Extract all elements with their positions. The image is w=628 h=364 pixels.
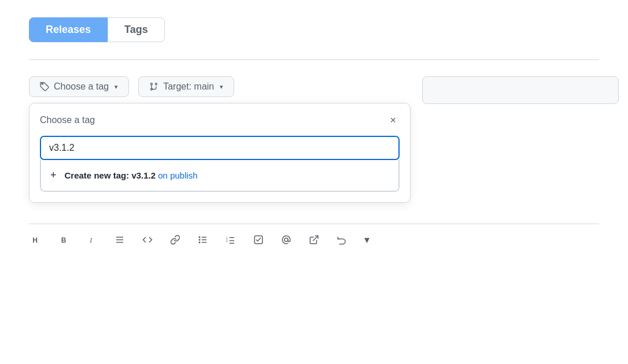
tab-tags[interactable]: Tags bbox=[108, 17, 165, 42]
suggestion-list: + Create new tag: v3.1.2 on publish bbox=[40, 160, 400, 192]
bold-icon[interactable]: B bbox=[57, 232, 72, 247]
tab-releases[interactable]: Releases bbox=[29, 17, 108, 42]
bottom-toolbar: H B I bbox=[29, 224, 599, 248]
unordered-list-icon[interactable] bbox=[195, 232, 210, 247]
tag-search-input[interactable] bbox=[40, 136, 400, 160]
code-icon[interactable] bbox=[140, 232, 155, 247]
choose-tag-button[interactable]: Choose a tag ▾ bbox=[29, 76, 129, 97]
chevron-down-icon: ▾ bbox=[114, 83, 118, 91]
italic-icon[interactable]: I bbox=[84, 232, 99, 247]
svg-point-10 bbox=[199, 239, 201, 241]
right-panel-placeholder bbox=[422, 76, 619, 104]
svg-text:H: H bbox=[32, 236, 38, 244]
undo-icon[interactable] bbox=[334, 232, 349, 247]
svg-point-0 bbox=[151, 83, 153, 85]
svg-text:I: I bbox=[89, 236, 93, 244]
create-tag-suggestion[interactable]: + Create new tag: v3.1.2 on publish bbox=[40, 160, 399, 191]
create-tag-label: Create new tag: v3.1.2 on publish bbox=[65, 170, 198, 180]
on-publish-text: on publish bbox=[156, 170, 198, 180]
svg-text:B: B bbox=[61, 236, 67, 244]
tag-icon bbox=[40, 82, 49, 91]
main-content-row: Choose a tag ▾ Target: main ▾ bbox=[29, 76, 599, 203]
svg-point-9 bbox=[199, 236, 201, 238]
heading-icon[interactable]: H bbox=[29, 232, 44, 247]
dropdown-title: Choose a tag bbox=[40, 115, 95, 125]
mention-icon[interactable] bbox=[279, 232, 294, 247]
svg-point-21 bbox=[285, 238, 288, 242]
choose-tag-label: Choose a tag bbox=[54, 81, 109, 92]
svg-point-11 bbox=[199, 242, 201, 243]
choose-tag-dropdown: Choose a tag × + Create new tag: v3.1.2 … bbox=[29, 103, 411, 203]
task-list-icon[interactable] bbox=[251, 232, 266, 247]
plus-icon: + bbox=[50, 169, 57, 181]
close-button[interactable]: × bbox=[386, 114, 400, 127]
section-divider bbox=[29, 60, 599, 60]
reference-icon[interactable] bbox=[306, 232, 322, 247]
create-tag-version: v3.1.2 bbox=[131, 170, 156, 180]
numbered-list-icon[interactable]: 1 2 bbox=[223, 232, 238, 247]
target-chevron-icon: ▾ bbox=[220, 83, 223, 91]
link-icon[interactable] bbox=[168, 232, 183, 247]
ordered-list-icon[interactable] bbox=[112, 232, 127, 247]
tab-bar: Releases Tags bbox=[29, 17, 599, 42]
svg-line-22 bbox=[313, 236, 318, 240]
more-options-icon[interactable]: ▾ bbox=[362, 231, 372, 248]
target-button[interactable]: Target: main ▾ bbox=[138, 76, 234, 97]
svg-text:2: 2 bbox=[226, 239, 228, 243]
tag-input-wrapper: + Create new tag: v3.1.2 on publish bbox=[40, 136, 400, 192]
dropdown-header: Choose a tag × bbox=[40, 114, 400, 127]
svg-point-1 bbox=[156, 83, 157, 85]
toolbar-row: Choose a tag ▾ Target: main ▾ bbox=[29, 76, 411, 97]
create-tag-prefix: Create new tag: bbox=[65, 170, 132, 180]
branch-icon bbox=[149, 82, 158, 91]
target-label: Target: main bbox=[163, 81, 214, 92]
